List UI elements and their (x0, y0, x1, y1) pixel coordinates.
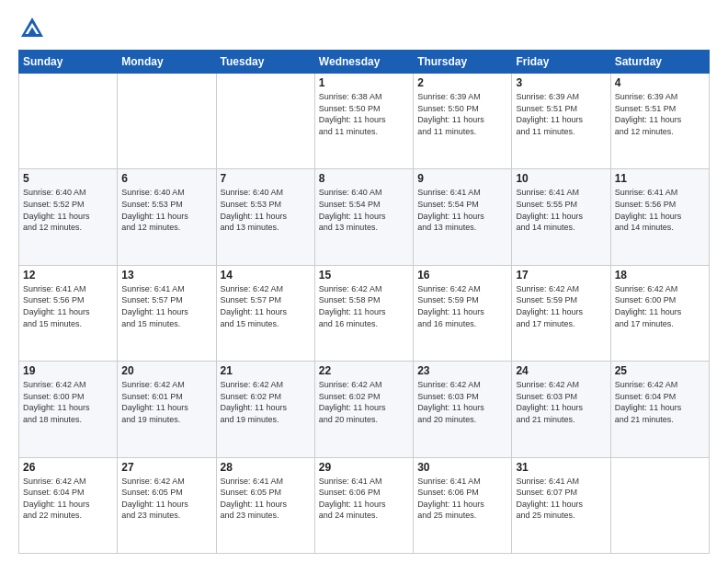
calendar-cell: 26Sunrise: 6:42 AM Sunset: 6:04 PM Dayli… (19, 457, 118, 553)
weekday-header-wednesday: Wednesday (314, 51, 413, 74)
day-info: Sunrise: 6:42 AM Sunset: 5:58 PM Dayligh… (319, 283, 409, 329)
day-number: 11 (615, 172, 705, 185)
calendar-cell: 31Sunrise: 6:41 AM Sunset: 6:07 PM Dayli… (512, 457, 610, 553)
day-info: Sunrise: 6:42 AM Sunset: 6:03 PM Dayligh… (516, 379, 606, 425)
day-number: 29 (319, 461, 409, 474)
day-number: 9 (417, 172, 507, 185)
calendar-cell: 7Sunrise: 6:40 AM Sunset: 5:53 PM Daylig… (216, 169, 314, 265)
day-number: 28 (221, 461, 311, 474)
calendar-cell: 11Sunrise: 6:41 AM Sunset: 5:56 PM Dayli… (610, 169, 709, 265)
calendar-cell: 27Sunrise: 6:42 AM Sunset: 6:05 PM Dayli… (118, 457, 216, 553)
day-number: 16 (417, 269, 507, 282)
calendar: SundayMondayTuesdayWednesdayThursdayFrid… (18, 50, 710, 554)
calendar-cell: 18Sunrise: 6:42 AM Sunset: 6:00 PM Dayli… (610, 265, 709, 361)
calendar-cell: 13Sunrise: 6:41 AM Sunset: 5:57 PM Dayli… (118, 265, 216, 361)
calendar-cell: 30Sunrise: 6:41 AM Sunset: 6:06 PM Dayli… (414, 457, 512, 553)
calendar-cell: 19Sunrise: 6:42 AM Sunset: 6:00 PM Dayli… (19, 362, 118, 457)
day-info: Sunrise: 6:41 AM Sunset: 6:06 PM Dayligh… (417, 476, 507, 522)
calendar-cell: 29Sunrise: 6:41 AM Sunset: 6:06 PM Dayli… (314, 457, 413, 553)
day-info: Sunrise: 6:41 AM Sunset: 6:07 PM Dayligh… (516, 476, 606, 522)
day-number: 19 (23, 364, 113, 377)
day-number: 17 (516, 269, 606, 282)
calendar-cell: 22Sunrise: 6:42 AM Sunset: 6:02 PM Dayli… (314, 362, 413, 457)
day-number: 21 (221, 364, 311, 377)
day-number: 26 (23, 461, 113, 474)
day-info: Sunrise: 6:42 AM Sunset: 5:59 PM Dayligh… (417, 283, 507, 329)
calendar-cell: 8Sunrise: 6:40 AM Sunset: 5:54 PM Daylig… (314, 169, 413, 265)
day-info: Sunrise: 6:38 AM Sunset: 5:50 PM Dayligh… (319, 91, 409, 137)
day-number: 2 (417, 76, 507, 89)
calendar-cell: 28Sunrise: 6:41 AM Sunset: 6:05 PM Dayli… (216, 457, 314, 553)
day-info: Sunrise: 6:42 AM Sunset: 6:04 PM Dayligh… (615, 379, 705, 425)
calendar-cell: 16Sunrise: 6:42 AM Sunset: 5:59 PM Dayli… (414, 265, 512, 361)
day-info: Sunrise: 6:42 AM Sunset: 6:00 PM Dayligh… (615, 283, 705, 329)
day-info: Sunrise: 6:40 AM Sunset: 5:53 PM Dayligh… (121, 187, 211, 233)
calendar-cell: 12Sunrise: 6:41 AM Sunset: 5:56 PM Dayli… (19, 265, 118, 361)
day-number: 24 (516, 364, 606, 377)
calendar-cell: 6Sunrise: 6:40 AM Sunset: 5:53 PM Daylig… (118, 169, 216, 265)
day-info: Sunrise: 6:41 AM Sunset: 5:56 PM Dayligh… (615, 187, 705, 233)
day-number: 5 (23, 172, 113, 185)
day-number: 8 (319, 172, 409, 185)
day-number: 22 (319, 364, 409, 377)
calendar-cell (610, 457, 709, 553)
weekday-header-friday: Friday (512, 51, 610, 74)
day-info: Sunrise: 6:42 AM Sunset: 6:03 PM Dayligh… (417, 379, 507, 425)
calendar-cell: 24Sunrise: 6:42 AM Sunset: 6:03 PM Dayli… (512, 362, 610, 457)
day-info: Sunrise: 6:42 AM Sunset: 5:59 PM Dayligh… (516, 283, 606, 329)
calendar-cell: 20Sunrise: 6:42 AM Sunset: 6:01 PM Dayli… (118, 362, 216, 457)
calendar-cell: 25Sunrise: 6:42 AM Sunset: 6:04 PM Dayli… (610, 362, 709, 457)
weekday-header-tuesday: Tuesday (216, 51, 314, 74)
day-info: Sunrise: 6:41 AM Sunset: 5:55 PM Dayligh… (516, 187, 606, 233)
calendar-cell: 10Sunrise: 6:41 AM Sunset: 5:55 PM Dayli… (512, 169, 610, 265)
weekday-header-thursday: Thursday (414, 51, 512, 74)
day-info: Sunrise: 6:42 AM Sunset: 6:04 PM Dayligh… (23, 476, 113, 522)
weekday-header-saturday: Saturday (610, 51, 709, 74)
day-info: Sunrise: 6:42 AM Sunset: 6:05 PM Dayligh… (121, 476, 211, 522)
calendar-cell (118, 74, 216, 169)
day-number: 23 (417, 364, 507, 377)
calendar-cell: 2Sunrise: 6:39 AM Sunset: 5:50 PM Daylig… (414, 74, 512, 169)
day-info: Sunrise: 6:39 AM Sunset: 5:51 PM Dayligh… (516, 91, 606, 137)
day-info: Sunrise: 6:39 AM Sunset: 5:51 PM Dayligh… (615, 91, 705, 137)
day-info: Sunrise: 6:42 AM Sunset: 6:02 PM Dayligh… (221, 379, 311, 425)
calendar-cell: 15Sunrise: 6:42 AM Sunset: 5:58 PM Dayli… (314, 265, 413, 361)
day-number: 3 (516, 76, 606, 89)
logo-icon (18, 15, 46, 42)
day-number: 1 (319, 76, 409, 89)
day-info: Sunrise: 6:39 AM Sunset: 5:50 PM Dayligh… (417, 91, 507, 137)
day-number: 18 (615, 269, 705, 282)
day-info: Sunrise: 6:42 AM Sunset: 5:57 PM Dayligh… (221, 283, 311, 329)
day-number: 14 (221, 269, 311, 282)
day-number: 7 (221, 172, 311, 185)
day-number: 30 (417, 461, 507, 474)
day-info: Sunrise: 6:41 AM Sunset: 6:05 PM Dayligh… (221, 476, 311, 522)
day-info: Sunrise: 6:42 AM Sunset: 6:00 PM Dayligh… (23, 379, 113, 425)
day-number: 4 (615, 76, 705, 89)
logo (18, 15, 50, 42)
calendar-cell: 4Sunrise: 6:39 AM Sunset: 5:51 PM Daylig… (610, 74, 709, 169)
calendar-cell: 21Sunrise: 6:42 AM Sunset: 6:02 PM Dayli… (216, 362, 314, 457)
header (18, 15, 710, 42)
day-number: 13 (121, 269, 211, 282)
day-number: 6 (121, 172, 211, 185)
day-number: 25 (615, 364, 705, 377)
calendar-cell: 17Sunrise: 6:42 AM Sunset: 5:59 PM Dayli… (512, 265, 610, 361)
day-number: 31 (516, 461, 606, 474)
day-info: Sunrise: 6:41 AM Sunset: 5:56 PM Dayligh… (23, 283, 113, 329)
day-info: Sunrise: 6:41 AM Sunset: 5:57 PM Dayligh… (121, 283, 211, 329)
day-info: Sunrise: 6:40 AM Sunset: 5:54 PM Dayligh… (319, 187, 409, 233)
calendar-cell (216, 74, 314, 169)
day-info: Sunrise: 6:41 AM Sunset: 6:06 PM Dayligh… (319, 476, 409, 522)
day-number: 15 (319, 269, 409, 282)
day-number: 27 (121, 461, 211, 474)
day-info: Sunrise: 6:40 AM Sunset: 5:52 PM Dayligh… (23, 187, 113, 233)
calendar-cell (19, 74, 118, 169)
day-number: 12 (23, 269, 113, 282)
weekday-header-monday: Monday (118, 51, 216, 74)
day-number: 10 (516, 172, 606, 185)
weekday-header-sunday: Sunday (19, 51, 118, 74)
calendar-cell: 14Sunrise: 6:42 AM Sunset: 5:57 PM Dayli… (216, 265, 314, 361)
day-number: 20 (121, 364, 211, 377)
calendar-cell: 9Sunrise: 6:41 AM Sunset: 5:54 PM Daylig… (414, 169, 512, 265)
